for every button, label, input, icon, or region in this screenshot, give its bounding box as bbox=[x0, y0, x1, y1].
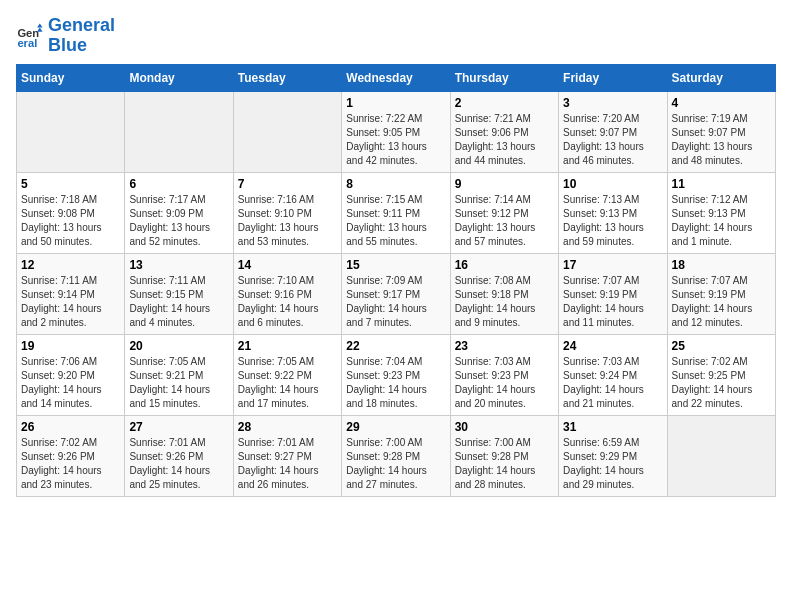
calendar-body: 1Sunrise: 7:22 AMSunset: 9:05 PMDaylight… bbox=[17, 91, 776, 496]
day-cell: 26Sunrise: 7:02 AMSunset: 9:26 PMDayligh… bbox=[17, 415, 125, 496]
day-cell: 23Sunrise: 7:03 AMSunset: 9:23 PMDayligh… bbox=[450, 334, 558, 415]
day-cell: 2Sunrise: 7:21 AMSunset: 9:06 PMDaylight… bbox=[450, 91, 558, 172]
day-info: Sunrise: 6:59 AMSunset: 9:29 PMDaylight:… bbox=[563, 436, 662, 492]
calendar-header: SundayMondayTuesdayWednesdayThursdayFrid… bbox=[17, 64, 776, 91]
day-info: Sunrise: 7:05 AMSunset: 9:22 PMDaylight:… bbox=[238, 355, 337, 411]
day-cell: 7Sunrise: 7:16 AMSunset: 9:10 PMDaylight… bbox=[233, 172, 341, 253]
day-cell: 10Sunrise: 7:13 AMSunset: 9:13 PMDayligh… bbox=[559, 172, 667, 253]
day-cell: 22Sunrise: 7:04 AMSunset: 9:23 PMDayligh… bbox=[342, 334, 450, 415]
day-number: 25 bbox=[672, 339, 771, 353]
day-number: 4 bbox=[672, 96, 771, 110]
day-cell: 18Sunrise: 7:07 AMSunset: 9:19 PMDayligh… bbox=[667, 253, 775, 334]
day-cell: 16Sunrise: 7:08 AMSunset: 9:18 PMDayligh… bbox=[450, 253, 558, 334]
day-info: Sunrise: 7:10 AMSunset: 9:16 PMDaylight:… bbox=[238, 274, 337, 330]
day-info: Sunrise: 7:18 AMSunset: 9:08 PMDaylight:… bbox=[21, 193, 120, 249]
day-number: 14 bbox=[238, 258, 337, 272]
day-number: 18 bbox=[672, 258, 771, 272]
day-number: 6 bbox=[129, 177, 228, 191]
day-cell: 21Sunrise: 7:05 AMSunset: 9:22 PMDayligh… bbox=[233, 334, 341, 415]
day-number: 26 bbox=[21, 420, 120, 434]
weekday-sunday: Sunday bbox=[17, 64, 125, 91]
day-number: 10 bbox=[563, 177, 662, 191]
day-cell: 9Sunrise: 7:14 AMSunset: 9:12 PMDaylight… bbox=[450, 172, 558, 253]
day-number: 24 bbox=[563, 339, 662, 353]
weekday-monday: Monday bbox=[125, 64, 233, 91]
calendar-table: SundayMondayTuesdayWednesdayThursdayFrid… bbox=[16, 64, 776, 497]
day-info: Sunrise: 7:07 AMSunset: 9:19 PMDaylight:… bbox=[672, 274, 771, 330]
day-number: 20 bbox=[129, 339, 228, 353]
day-number: 8 bbox=[346, 177, 445, 191]
day-number: 28 bbox=[238, 420, 337, 434]
page-header: Gen eral General Blue bbox=[16, 16, 776, 56]
day-number: 21 bbox=[238, 339, 337, 353]
week-row-1: 1Sunrise: 7:22 AMSunset: 9:05 PMDaylight… bbox=[17, 91, 776, 172]
day-info: Sunrise: 7:02 AMSunset: 9:26 PMDaylight:… bbox=[21, 436, 120, 492]
day-number: 13 bbox=[129, 258, 228, 272]
logo-icon: Gen eral bbox=[16, 22, 44, 50]
day-number: 1 bbox=[346, 96, 445, 110]
day-info: Sunrise: 7:03 AMSunset: 9:24 PMDaylight:… bbox=[563, 355, 662, 411]
day-cell: 8Sunrise: 7:15 AMSunset: 9:11 PMDaylight… bbox=[342, 172, 450, 253]
day-cell bbox=[17, 91, 125, 172]
day-cell: 4Sunrise: 7:19 AMSunset: 9:07 PMDaylight… bbox=[667, 91, 775, 172]
svg-text:eral: eral bbox=[17, 37, 37, 49]
week-row-4: 19Sunrise: 7:06 AMSunset: 9:20 PMDayligh… bbox=[17, 334, 776, 415]
day-number: 31 bbox=[563, 420, 662, 434]
logo: Gen eral General Blue bbox=[16, 16, 115, 56]
day-number: 23 bbox=[455, 339, 554, 353]
logo-line1: General bbox=[48, 16, 115, 36]
day-cell: 14Sunrise: 7:10 AMSunset: 9:16 PMDayligh… bbox=[233, 253, 341, 334]
day-info: Sunrise: 7:09 AMSunset: 9:17 PMDaylight:… bbox=[346, 274, 445, 330]
day-info: Sunrise: 7:13 AMSunset: 9:13 PMDaylight:… bbox=[563, 193, 662, 249]
day-cell bbox=[125, 91, 233, 172]
day-info: Sunrise: 7:22 AMSunset: 9:05 PMDaylight:… bbox=[346, 112, 445, 168]
weekday-friday: Friday bbox=[559, 64, 667, 91]
day-number: 15 bbox=[346, 258, 445, 272]
day-cell: 20Sunrise: 7:05 AMSunset: 9:21 PMDayligh… bbox=[125, 334, 233, 415]
day-info: Sunrise: 7:02 AMSunset: 9:25 PMDaylight:… bbox=[672, 355, 771, 411]
weekday-row: SundayMondayTuesdayWednesdayThursdayFrid… bbox=[17, 64, 776, 91]
day-number: 29 bbox=[346, 420, 445, 434]
day-cell: 25Sunrise: 7:02 AMSunset: 9:25 PMDayligh… bbox=[667, 334, 775, 415]
day-cell: 28Sunrise: 7:01 AMSunset: 9:27 PMDayligh… bbox=[233, 415, 341, 496]
week-row-2: 5Sunrise: 7:18 AMSunset: 9:08 PMDaylight… bbox=[17, 172, 776, 253]
day-number: 2 bbox=[455, 96, 554, 110]
day-info: Sunrise: 7:20 AMSunset: 9:07 PMDaylight:… bbox=[563, 112, 662, 168]
day-info: Sunrise: 7:21 AMSunset: 9:06 PMDaylight:… bbox=[455, 112, 554, 168]
day-cell: 5Sunrise: 7:18 AMSunset: 9:08 PMDaylight… bbox=[17, 172, 125, 253]
day-cell bbox=[233, 91, 341, 172]
day-info: Sunrise: 7:08 AMSunset: 9:18 PMDaylight:… bbox=[455, 274, 554, 330]
day-cell: 12Sunrise: 7:11 AMSunset: 9:14 PMDayligh… bbox=[17, 253, 125, 334]
day-info: Sunrise: 7:17 AMSunset: 9:09 PMDaylight:… bbox=[129, 193, 228, 249]
day-info: Sunrise: 7:03 AMSunset: 9:23 PMDaylight:… bbox=[455, 355, 554, 411]
day-cell: 1Sunrise: 7:22 AMSunset: 9:05 PMDaylight… bbox=[342, 91, 450, 172]
day-number: 5 bbox=[21, 177, 120, 191]
weekday-wednesday: Wednesday bbox=[342, 64, 450, 91]
day-number: 3 bbox=[563, 96, 662, 110]
day-info: Sunrise: 7:07 AMSunset: 9:19 PMDaylight:… bbox=[563, 274, 662, 330]
day-cell: 24Sunrise: 7:03 AMSunset: 9:24 PMDayligh… bbox=[559, 334, 667, 415]
logo-line2: Blue bbox=[48, 36, 115, 56]
svg-marker-2 bbox=[37, 23, 43, 27]
day-info: Sunrise: 7:16 AMSunset: 9:10 PMDaylight:… bbox=[238, 193, 337, 249]
day-number: 17 bbox=[563, 258, 662, 272]
day-cell: 30Sunrise: 7:00 AMSunset: 9:28 PMDayligh… bbox=[450, 415, 558, 496]
day-info: Sunrise: 7:00 AMSunset: 9:28 PMDaylight:… bbox=[455, 436, 554, 492]
day-info: Sunrise: 7:04 AMSunset: 9:23 PMDaylight:… bbox=[346, 355, 445, 411]
day-cell: 3Sunrise: 7:20 AMSunset: 9:07 PMDaylight… bbox=[559, 91, 667, 172]
day-cell: 19Sunrise: 7:06 AMSunset: 9:20 PMDayligh… bbox=[17, 334, 125, 415]
day-info: Sunrise: 7:01 AMSunset: 9:27 PMDaylight:… bbox=[238, 436, 337, 492]
day-number: 7 bbox=[238, 177, 337, 191]
day-info: Sunrise: 7:14 AMSunset: 9:12 PMDaylight:… bbox=[455, 193, 554, 249]
day-number: 12 bbox=[21, 258, 120, 272]
weekday-tuesday: Tuesday bbox=[233, 64, 341, 91]
day-cell: 13Sunrise: 7:11 AMSunset: 9:15 PMDayligh… bbox=[125, 253, 233, 334]
day-cell bbox=[667, 415, 775, 496]
day-cell: 31Sunrise: 6:59 AMSunset: 9:29 PMDayligh… bbox=[559, 415, 667, 496]
week-row-5: 26Sunrise: 7:02 AMSunset: 9:26 PMDayligh… bbox=[17, 415, 776, 496]
day-number: 16 bbox=[455, 258, 554, 272]
day-info: Sunrise: 7:12 AMSunset: 9:13 PMDaylight:… bbox=[672, 193, 771, 249]
day-info: Sunrise: 7:00 AMSunset: 9:28 PMDaylight:… bbox=[346, 436, 445, 492]
day-cell: 27Sunrise: 7:01 AMSunset: 9:26 PMDayligh… bbox=[125, 415, 233, 496]
day-info: Sunrise: 7:19 AMSunset: 9:07 PMDaylight:… bbox=[672, 112, 771, 168]
